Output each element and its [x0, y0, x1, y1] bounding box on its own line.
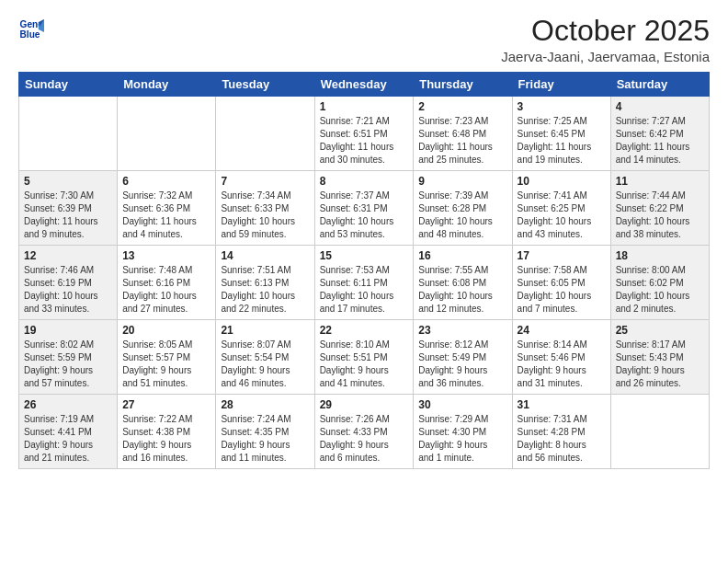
- day-detail: Sunrise: 7:37 AMSunset: 6:31 PMDaylight:…: [320, 190, 409, 241]
- table-row: [610, 395, 709, 469]
- day-detail: Sunrise: 7:23 AMSunset: 6:48 PMDaylight:…: [418, 115, 506, 167]
- table-row: 16Sunrise: 7:55 AMSunset: 6:08 PMDayligh…: [414, 246, 512, 320]
- day-detail: Sunrise: 7:58 AMSunset: 6:05 PMDaylight:…: [518, 264, 606, 316]
- day-number: 10: [518, 175, 606, 188]
- day-detail: Sunrise: 8:07 AMSunset: 5:54 PMDaylight:…: [221, 339, 309, 390]
- day-number: 21: [221, 324, 309, 337]
- col-friday: Friday: [512, 73, 610, 97]
- page-subtitle: Jaerva-Jaani, Jaervamaa, Estonia: [501, 49, 710, 64]
- day-number: 22: [320, 324, 409, 337]
- day-detail: Sunrise: 7:29 AMSunset: 4:30 PMDaylight:…: [418, 413, 506, 465]
- table-row: 22Sunrise: 8:10 AMSunset: 5:51 PMDayligh…: [314, 320, 414, 395]
- table-row: 24Sunrise: 8:14 AMSunset: 5:46 PMDayligh…: [512, 320, 610, 395]
- day-number: 20: [122, 324, 210, 337]
- day-detail: Sunrise: 8:14 AMSunset: 5:46 PMDaylight:…: [518, 339, 606, 390]
- day-number: 30: [418, 398, 506, 411]
- day-detail: Sunrise: 8:12 AMSunset: 5:49 PMDaylight:…: [418, 339, 506, 390]
- table-row: 17Sunrise: 7:58 AMSunset: 6:05 PMDayligh…: [512, 246, 610, 320]
- page: General Blue October 2025 Jaerva-Jaani, …: [0, 0, 728, 563]
- week-row-1: 5Sunrise: 7:30 AMSunset: 6:39 PMDaylight…: [19, 171, 710, 246]
- day-number: 9: [418, 175, 506, 188]
- logo-icon: General Blue: [18, 17, 44, 42]
- day-detail: Sunrise: 7:32 AMSunset: 6:36 PMDaylight:…: [122, 190, 210, 241]
- table-row: 12Sunrise: 7:46 AMSunset: 6:19 PMDayligh…: [19, 246, 118, 320]
- week-row-4: 26Sunrise: 7:19 AMSunset: 4:41 PMDayligh…: [19, 395, 710, 469]
- day-number: 15: [320, 249, 409, 262]
- table-row: 15Sunrise: 7:53 AMSunset: 6:11 PMDayligh…: [314, 246, 414, 320]
- day-number: 7: [221, 175, 309, 188]
- day-detail: Sunrise: 7:27 AMSunset: 6:42 PMDaylight:…: [616, 115, 704, 167]
- table-row: 14Sunrise: 7:51 AMSunset: 6:13 PMDayligh…: [216, 246, 314, 320]
- day-number: 13: [122, 249, 210, 262]
- table-row: 21Sunrise: 8:07 AMSunset: 5:54 PMDayligh…: [216, 320, 314, 395]
- table-row: 20Sunrise: 8:05 AMSunset: 5:57 PMDayligh…: [118, 320, 216, 395]
- week-row-2: 12Sunrise: 7:46 AMSunset: 6:19 PMDayligh…: [19, 246, 710, 320]
- header: General Blue October 2025 Jaerva-Jaani, …: [18, 15, 710, 64]
- day-detail: Sunrise: 7:55 AMSunset: 6:08 PMDaylight:…: [418, 264, 506, 316]
- day-number: 29: [320, 398, 409, 411]
- table-row: 6Sunrise: 7:32 AMSunset: 6:36 PMDaylight…: [118, 171, 216, 246]
- table-row: 25Sunrise: 8:17 AMSunset: 5:43 PMDayligh…: [610, 320, 709, 395]
- day-detail: Sunrise: 7:21 AMSunset: 6:51 PMDaylight:…: [320, 115, 409, 167]
- table-row: 31Sunrise: 7:31 AMSunset: 4:28 PMDayligh…: [512, 395, 610, 469]
- col-wednesday: Wednesday: [314, 73, 414, 97]
- day-number: 4: [616, 100, 704, 113]
- table-row: 28Sunrise: 7:24 AMSunset: 4:35 PMDayligh…: [216, 395, 314, 469]
- day-detail: Sunrise: 7:22 AMSunset: 4:38 PMDaylight:…: [122, 413, 210, 465]
- day-detail: Sunrise: 8:17 AMSunset: 5:43 PMDaylight:…: [616, 339, 704, 390]
- day-detail: Sunrise: 8:10 AMSunset: 5:51 PMDaylight:…: [320, 339, 409, 390]
- day-number: 6: [122, 175, 210, 188]
- svg-text:Blue: Blue: [20, 29, 40, 40]
- logo: General Blue: [18, 15, 44, 42]
- col-thursday: Thursday: [414, 73, 512, 97]
- day-number: 25: [616, 324, 704, 337]
- day-number: 3: [518, 100, 606, 113]
- day-number: 16: [418, 249, 506, 262]
- table-row: [19, 97, 118, 171]
- table-row: 10Sunrise: 7:41 AMSunset: 6:25 PMDayligh…: [512, 171, 610, 246]
- col-saturday: Saturday: [610, 73, 709, 97]
- table-row: [118, 97, 216, 171]
- table-row: 23Sunrise: 8:12 AMSunset: 5:49 PMDayligh…: [414, 320, 512, 395]
- day-number: 24: [518, 324, 606, 337]
- day-detail: Sunrise: 7:48 AMSunset: 6:16 PMDaylight:…: [122, 264, 210, 316]
- day-detail: Sunrise: 8:00 AMSunset: 6:02 PMDaylight:…: [616, 264, 704, 316]
- day-number: 28: [221, 398, 309, 411]
- page-title: October 2025: [501, 15, 710, 47]
- day-number: 8: [320, 175, 409, 188]
- day-number: 27: [122, 398, 210, 411]
- day-number: 2: [418, 100, 506, 113]
- day-detail: Sunrise: 7:30 AMSunset: 6:39 PMDaylight:…: [24, 190, 112, 241]
- week-row-0: 1Sunrise: 7:21 AMSunset: 6:51 PMDaylight…: [19, 97, 710, 171]
- table-row: [216, 97, 314, 171]
- table-row: 18Sunrise: 8:00 AMSunset: 6:02 PMDayligh…: [610, 246, 709, 320]
- day-detail: Sunrise: 7:39 AMSunset: 6:28 PMDaylight:…: [418, 190, 506, 241]
- day-number: 11: [616, 175, 704, 188]
- day-detail: Sunrise: 7:51 AMSunset: 6:13 PMDaylight:…: [221, 264, 309, 316]
- table-row: 30Sunrise: 7:29 AMSunset: 4:30 PMDayligh…: [414, 395, 512, 469]
- table-row: 4Sunrise: 7:27 AMSunset: 6:42 PMDaylight…: [610, 97, 709, 171]
- table-row: 9Sunrise: 7:39 AMSunset: 6:28 PMDaylight…: [414, 171, 512, 246]
- table-row: 26Sunrise: 7:19 AMSunset: 4:41 PMDayligh…: [19, 395, 118, 469]
- day-detail: Sunrise: 7:19 AMSunset: 4:41 PMDaylight:…: [24, 413, 112, 465]
- table-row: 11Sunrise: 7:44 AMSunset: 6:22 PMDayligh…: [610, 171, 709, 246]
- calendar-table: Sunday Monday Tuesday Wednesday Thursday…: [18, 72, 710, 469]
- day-detail: Sunrise: 7:34 AMSunset: 6:33 PMDaylight:…: [221, 190, 309, 241]
- day-number: 19: [24, 324, 112, 337]
- col-sunday: Sunday: [19, 73, 118, 97]
- day-detail: Sunrise: 7:24 AMSunset: 4:35 PMDaylight:…: [221, 413, 309, 465]
- table-row: 19Sunrise: 8:02 AMSunset: 5:59 PMDayligh…: [19, 320, 118, 395]
- day-detail: Sunrise: 8:02 AMSunset: 5:59 PMDaylight:…: [24, 339, 112, 390]
- col-monday: Monday: [118, 73, 216, 97]
- week-row-3: 19Sunrise: 8:02 AMSunset: 5:59 PMDayligh…: [19, 320, 710, 395]
- day-detail: Sunrise: 7:44 AMSunset: 6:22 PMDaylight:…: [616, 190, 704, 241]
- table-row: 1Sunrise: 7:21 AMSunset: 6:51 PMDaylight…: [314, 97, 414, 171]
- day-detail: Sunrise: 7:41 AMSunset: 6:25 PMDaylight:…: [518, 190, 606, 241]
- table-row: 8Sunrise: 7:37 AMSunset: 6:31 PMDaylight…: [314, 171, 414, 246]
- day-detail: Sunrise: 7:26 AMSunset: 4:33 PMDaylight:…: [320, 413, 409, 465]
- day-number: 17: [518, 249, 606, 262]
- day-detail: Sunrise: 7:31 AMSunset: 4:28 PMDaylight:…: [518, 413, 606, 465]
- day-number: 12: [24, 249, 112, 262]
- table-row: 2Sunrise: 7:23 AMSunset: 6:48 PMDaylight…: [414, 97, 512, 171]
- day-number: 14: [221, 249, 309, 262]
